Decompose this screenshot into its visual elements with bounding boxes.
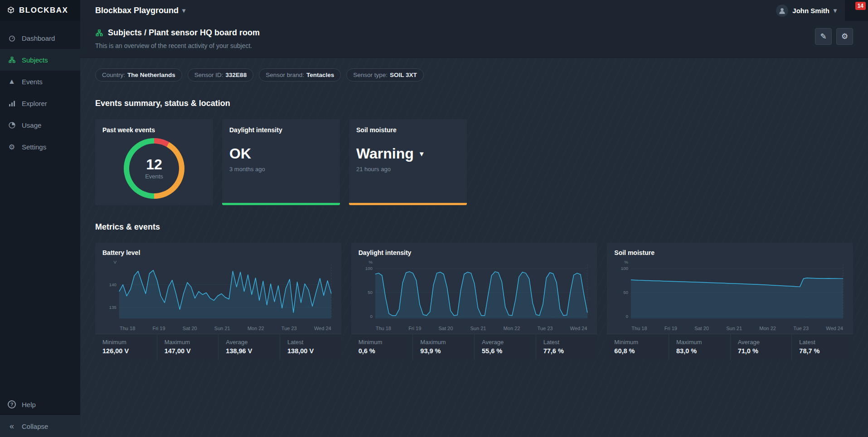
sidebar-item-usage[interactable]: Usage	[0, 114, 80, 136]
soil-moisture-chart-card: Soil moisture 050100% Thu 18Fri 19Sat 20…	[607, 243, 853, 360]
daylight-status-card: Daylight intensity OK 3 months ago	[222, 119, 340, 205]
x-axis-label: Sun 21	[470, 326, 486, 331]
section-title-summary: Events summary, status & location	[95, 99, 853, 108]
avatar	[776, 5, 788, 17]
notifications-button[interactable]: 14	[845, 0, 868, 21]
x-axis-label: Fri 19	[408, 326, 421, 331]
topbar: Blockbax Playground ▾ John Smith ▾ 14	[80, 0, 868, 21]
workspace-title: Blockbax Playground	[95, 6, 179, 15]
svg-text:140: 140	[109, 282, 117, 287]
x-axis-label: Sat 20	[438, 326, 453, 331]
stat-label: Average	[482, 339, 529, 346]
chevron-down-icon: ▾	[834, 7, 837, 14]
sidebar-item-explorer[interactable]: Explorer	[0, 92, 80, 114]
svg-text:135: 135	[109, 305, 117, 310]
stat-cell-average: Average71,0 %	[730, 334, 792, 360]
tag-label: Sensor brand:	[266, 72, 304, 78]
cube-logo-icon	[6, 6, 15, 15]
svg-text:50: 50	[624, 290, 629, 295]
tag-list: Country: The Netherlands Sensor ID: 332E…	[95, 68, 853, 82]
collapse-label: Collapse	[22, 423, 48, 430]
stat-label: Latest	[543, 339, 590, 346]
svg-text:0: 0	[370, 314, 373, 319]
settings-button[interactable]: ⚙	[836, 28, 853, 45]
chart-title: Daylight intensity	[351, 243, 597, 258]
app-logo: BLOCKBAX	[0, 0, 80, 21]
page-subtitle: This is an overview of the recent activi…	[95, 42, 260, 49]
events-count-label: Events	[145, 173, 163, 180]
tag-label: Sensor ID:	[194, 72, 223, 78]
x-axis-label: Mon 22	[247, 326, 264, 331]
tag-value: SOIL 3XT	[390, 72, 417, 78]
stat-label: Minimum	[102, 339, 150, 346]
main-area: Blockbax Playground ▾ John Smith ▾ 14	[80, 0, 868, 437]
stat-label: Average	[738, 339, 785, 346]
stat-value: 138,00 V	[287, 347, 334, 355]
sidebar-item-label: Subjects	[22, 56, 48, 64]
tag-pill-sensor-id: Sensor ID: 332E88	[188, 68, 253, 82]
events-count: 12	[146, 157, 162, 172]
warning-triangle-icon: ▲	[7, 77, 16, 86]
chart-stats-row: Minimum126,00 VMaximum147,00 VAverage138…	[95, 334, 341, 360]
stat-value: 71,0 %	[738, 347, 785, 355]
x-axis-label: Thu 18	[376, 326, 391, 331]
tag-label: Country:	[102, 72, 125, 78]
page-header-left: Subjects / Plant sensor HQ board room Th…	[95, 28, 260, 49]
content: Country: The Netherlands Sensor ID: 332E…	[80, 58, 868, 437]
tag-pill-country: Country: The Netherlands	[95, 68, 182, 82]
chevron-down-icon: ▾	[182, 7, 185, 14]
status-time: 3 months ago	[229, 166, 333, 173]
x-axis-label: Sat 20	[183, 326, 197, 331]
tag-value: The Netherlands	[127, 72, 175, 78]
tag-value: 332E88	[226, 72, 247, 78]
user-menu[interactable]: John Smith ▾	[768, 5, 845, 17]
stat-cell-average: Average55,6 %	[474, 334, 536, 360]
collapse-chevrons-icon: «	[7, 422, 16, 431]
user-name: John Smith	[792, 7, 829, 14]
svg-text:100: 100	[621, 266, 629, 271]
card-title: Past week events	[102, 126, 206, 134]
stat-value: 0,6 %	[359, 347, 406, 355]
x-axis-labels: Thu 18Fri 19Sat 20Sun 21Mon 22Tue 23Wed …	[613, 323, 847, 334]
status-text: Warning ▼	[356, 145, 460, 162]
x-axis-labels: Thu 18Fri 19Sat 20Sun 21Mon 22Tue 23Wed …	[358, 323, 591, 334]
stat-value: 83,0 %	[676, 347, 723, 355]
workspace-selector[interactable]: Blockbax Playground ▾	[95, 6, 185, 15]
svg-text:%: %	[369, 259, 373, 264]
tag-pill-sensor-type: Sensor type: SOIL 3XT	[346, 68, 424, 82]
sidebar-item-dashboard[interactable]: Dashboard	[0, 27, 80, 49]
stat-cell-latest: Latest138,00 V	[280, 334, 341, 360]
sidebar-item-label: Events	[22, 78, 43, 86]
stat-cell-maximum: Maximum147,00 V	[157, 334, 218, 360]
status-time: 21 hours ago	[356, 166, 460, 173]
stat-value: 78,7 %	[799, 347, 846, 355]
stat-cell-maximum: Maximum93,9 %	[412, 334, 474, 360]
status-color-bar	[222, 203, 340, 205]
donut-wrap: 12 Events	[102, 138, 206, 199]
stat-value: 147,00 V	[165, 347, 211, 355]
sidebar-item-subjects[interactable]: Subjects	[0, 49, 80, 71]
stat-cell-minimum: Minimum0,6 %	[351, 334, 413, 360]
sidebar-item-events[interactable]: ▲ Events	[0, 71, 80, 92]
sidebar-item-help[interactable]: ? Help	[0, 394, 80, 415]
line-chart: 050100%	[613, 259, 847, 322]
stat-value: 60,8 %	[614, 347, 661, 355]
svg-text:V: V	[114, 259, 117, 264]
status-dropdown-icon[interactable]: ▼	[418, 150, 425, 158]
battery-level-chart-card: Battery level 135140V Thu 18Fri 19Sat 20…	[95, 243, 341, 360]
sidebar-collapse-button[interactable]: « Collapse	[0, 415, 80, 437]
svg-text:0: 0	[626, 314, 629, 319]
stat-cell-minimum: Minimum60,8 %	[607, 334, 669, 360]
chart-title: Soil moisture	[607, 243, 853, 258]
stat-value: 138,96 V	[226, 347, 272, 355]
dashboard-icon	[7, 34, 16, 42]
stat-value: 55,6 %	[482, 347, 529, 355]
x-axis-labels: Thu 18Fri 19Sat 20Sun 21Mon 22Tue 23Wed …	[102, 323, 335, 334]
stat-label: Average	[226, 339, 272, 346]
sidebar-item-settings[interactable]: ⚙ Settings	[0, 136, 80, 158]
summary-cards-row: Past week events 12 Events Daylight inte…	[95, 119, 853, 205]
edit-button[interactable]: ✎	[815, 28, 832, 45]
events-donut: 12 Events	[124, 138, 184, 199]
breadcrumb: Subjects / Plant sensor HQ board room	[95, 28, 260, 38]
stat-cell-minimum: Minimum126,00 V	[95, 334, 157, 360]
